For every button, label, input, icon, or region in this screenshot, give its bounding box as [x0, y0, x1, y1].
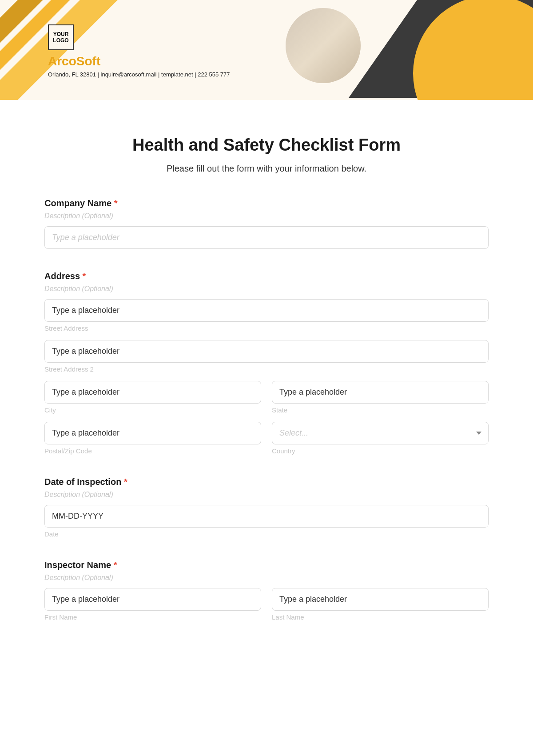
required-mark: *: [114, 560, 117, 570]
header-photo: [282, 4, 364, 87]
state-sublabel: State: [272, 406, 489, 414]
company-name-label: Company Name *: [44, 198, 489, 208]
required-mark: *: [114, 198, 118, 208]
inspector-first-name-sublabel: First Name: [44, 613, 261, 621]
postal-input[interactable]: [44, 422, 261, 444]
street-address-sublabel: Street Address: [44, 324, 489, 332]
field-company-name: Company Name * Description (Optional): [44, 198, 489, 249]
decor-stripe: [0, 0, 190, 100]
address-description: Description (Optional): [44, 285, 489, 293]
city-input[interactable]: [44, 381, 261, 404]
inspection-date-input[interactable]: [44, 505, 489, 528]
postal-sublabel: Postal/Zip Code: [44, 447, 261, 455]
label-text: Address: [44, 271, 80, 281]
address-label: Address *: [44, 271, 489, 281]
inspector-first-name-input[interactable]: [44, 588, 261, 611]
city-sublabel: City: [44, 406, 261, 414]
form-title: Health and Safety Checklist Form: [44, 136, 489, 155]
label-text: Date of Inspection: [44, 477, 121, 487]
field-inspector-name: Inspector Name * Description (Optional) …: [44, 560, 489, 621]
company-name-description: Description (Optional): [44, 212, 489, 220]
inspector-name-label: Inspector Name *: [44, 560, 489, 570]
inspection-date-label: Date of Inspection *: [44, 477, 489, 487]
field-address: Address * Description (Optional) Street …: [44, 271, 489, 455]
inspector-last-name-sublabel: Last Name: [272, 613, 489, 621]
label-text: Company Name: [44, 198, 111, 208]
company-contact-info: Orlando, FL 32801 | inquire@arcosoft.mai…: [48, 71, 230, 78]
label-text: Inspector Name: [44, 560, 111, 570]
inspection-date-description: Description (Optional): [44, 491, 489, 499]
country-sublabel: Country: [272, 447, 489, 455]
company-name: ArcoSoft: [48, 54, 100, 68]
inspector-name-description: Description (Optional): [44, 574, 489, 582]
form-container: Health and Safety Checklist Form Please …: [0, 100, 533, 652]
street-address-2-input[interactable]: [44, 340, 489, 363]
inspection-date-sublabel: Date: [44, 530, 489, 538]
required-mark: *: [124, 477, 127, 487]
company-name-input[interactable]: [44, 226, 489, 249]
inspector-last-name-input[interactable]: [272, 588, 489, 611]
state-input[interactable]: [272, 381, 489, 404]
header-banner: YOURLOGO ArcoSoft Orlando, FL 32801 | in…: [0, 0, 533, 100]
street-address-2-sublabel: Street Address 2: [44, 365, 489, 373]
form-subtitle: Please fill out the form with your infor…: [44, 164, 489, 174]
logo-placeholder: YOURLOGO: [48, 24, 74, 50]
required-mark: *: [83, 271, 86, 281]
field-inspection-date: Date of Inspection * Description (Option…: [44, 477, 489, 538]
street-address-input[interactable]: [44, 299, 489, 322]
country-select[interactable]: [272, 422, 489, 444]
